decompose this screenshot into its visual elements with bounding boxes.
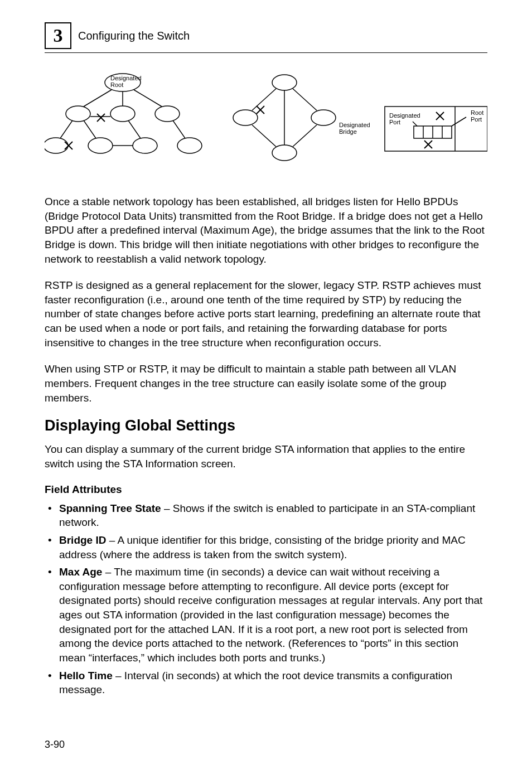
svg-point-6 (133, 138, 157, 153)
field-attributes-heading: Field Attributes (45, 483, 487, 496)
paragraph-3: When using STP or RSTP, it may be diffic… (45, 362, 487, 405)
page-number: 3-90 (45, 739, 65, 751)
svg-line-12 (84, 120, 96, 138)
list-item: Max Age – The maximum time (in seconds) … (45, 565, 487, 665)
svg-point-21 (272, 75, 297, 90)
svg-point-24 (272, 145, 297, 161)
chapter-number-badge: 3 (45, 22, 71, 49)
svg-point-3 (155, 106, 180, 122)
bullet-term: Spanning Tree State (59, 502, 161, 514)
page-header: 3 Configuring the Switch (45, 22, 487, 49)
svg-line-8 (84, 90, 112, 107)
root-port-label-line1: Root (471, 109, 483, 116)
section-intro: You can display a summary of the current… (45, 442, 487, 471)
field-attributes-list: Spanning Tree State – Shows if the switc… (45, 501, 487, 697)
svg-line-43 (452, 117, 466, 126)
designated-bridge-label-line2: Bridge (339, 128, 357, 135)
svg-point-2 (110, 106, 135, 122)
header-title: Configuring the Switch (78, 30, 190, 42)
svg-line-13 (128, 120, 141, 138)
topology-svg: Designated Root (45, 67, 487, 179)
svg-line-14 (173, 120, 185, 138)
designated-root-label-line2: Root (110, 81, 123, 88)
svg-line-25 (252, 89, 276, 110)
svg-point-23 (311, 110, 336, 125)
list-item: Hello Time – Interval (in seconds) at wh… (45, 669, 487, 697)
network-topology-figure: Designated Root (45, 67, 487, 179)
list-item: Bridge ID – A unique identifier for this… (45, 533, 487, 562)
right-switch-group: Designated Port Root Port (385, 107, 487, 151)
bullet-desc: – Interval (in seconds) at which the roo… (59, 670, 452, 696)
svg-line-11 (60, 120, 72, 138)
designated-root-label-line1: Designated (110, 75, 142, 81)
svg-line-42 (413, 122, 417, 126)
designated-port-label-line2: Port (389, 119, 400, 125)
list-item: Spanning Tree State – Shows if the switc… (45, 501, 487, 530)
bullet-term: Hello Time (59, 670, 113, 681)
middle-ring-group: Designated Bridge (233, 75, 370, 161)
bullet-desc: – The maximum time (in seconds) a device… (59, 566, 482, 664)
paragraph-1: Once a stable network topology has been … (45, 195, 487, 266)
svg-line-28 (293, 125, 317, 147)
svg-point-7 (177, 138, 202, 153)
svg-line-10 (134, 90, 162, 107)
bullet-term: Bridge ID (59, 534, 106, 546)
svg-point-4 (45, 138, 68, 153)
left-tree-group: Designated Root (45, 74, 202, 153)
bullet-desc: – A unique identifier for this bridge, c… (59, 534, 466, 560)
svg-point-5 (88, 138, 113, 153)
svg-point-22 (233, 110, 258, 125)
designated-bridge-label-line1: Designated (339, 122, 370, 128)
root-port-label-line2: Port (471, 116, 482, 123)
chapter-number: 3 (54, 25, 63, 46)
svg-line-26 (293, 89, 317, 110)
svg-point-1 (66, 106, 90, 122)
paragraph-2: RSTP is designed as a general replacemen… (45, 278, 487, 350)
svg-line-27 (252, 125, 276, 147)
bullet-term: Max Age (59, 566, 102, 578)
section-heading: Displaying Global Settings (45, 417, 487, 434)
designated-port-label-line1: Designated (389, 112, 420, 119)
header-rule (45, 52, 487, 53)
